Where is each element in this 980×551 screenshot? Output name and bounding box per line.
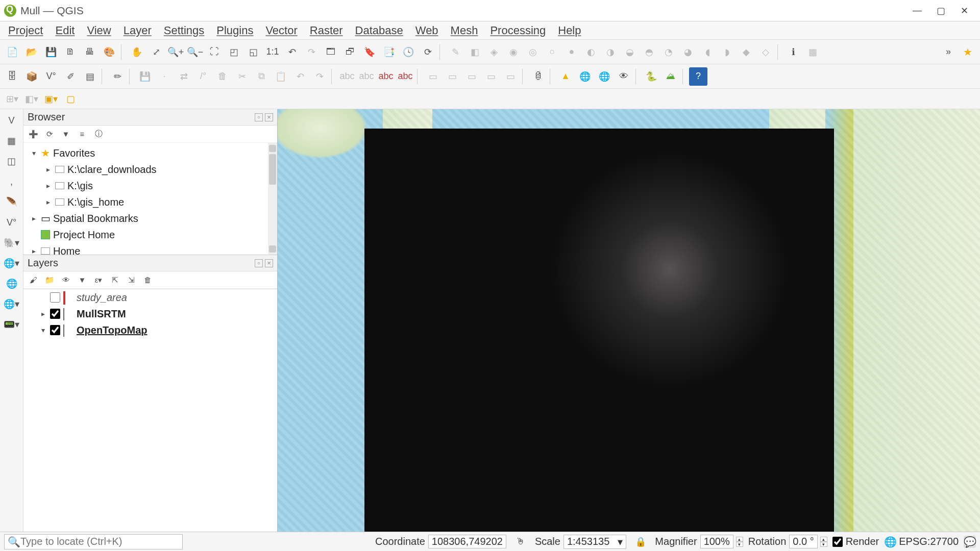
new-shapefile-icon[interactable]: V° [42, 67, 60, 86]
magnifier-spinner[interactable]: ▴▾ [736, 537, 743, 547]
label-tool-4-icon[interactable]: abc [396, 67, 414, 86]
snap-mode-icon[interactable]: ◧▾ [22, 90, 41, 108]
style-dock-icon[interactable]: 🖌 [27, 273, 40, 287]
add-group-icon[interactable]: 📁 [43, 273, 56, 287]
menu-mesh[interactable]: Mesh [446, 22, 483, 39]
favorites-star-icon[interactable]: ★ [959, 43, 977, 61]
menu-vector[interactable]: Vector [260, 22, 302, 39]
add-wfs-icon[interactable]: 🌐▾ [3, 295, 21, 313]
new-virtual-icon[interactable]: ▤ [81, 67, 99, 86]
rotation-spinner[interactable]: ▴▾ [820, 537, 827, 547]
python-console-icon[interactable]: 🐍 [642, 67, 660, 86]
save-project-icon[interactable]: 💾 [42, 43, 60, 61]
scale-value[interactable]: 1:453135 ▾ [564, 535, 626, 549]
new-3d-view-icon[interactable]: 🗗 [341, 43, 359, 61]
expander-icon[interactable]: ▸ [44, 198, 52, 206]
chevron-down-icon[interactable]: ▾ [618, 536, 623, 548]
browser-item[interactable]: ▾★Favorites [23, 145, 277, 161]
node-tool-icon[interactable]: /° [194, 67, 212, 86]
zoom-out-icon[interactable]: 🔍− [186, 43, 204, 61]
close-button[interactable]: ✕ [952, 3, 976, 18]
advanced-digitize-13-icon[interactable]: ◗ [718, 43, 736, 61]
scroll-thumb[interactable] [269, 154, 276, 185]
pan-to-selection-icon[interactable]: ⤢ [147, 43, 165, 61]
zoom-last-icon[interactable]: ↶ [283, 43, 301, 61]
browser-item[interactable]: ▸K:\gis [23, 178, 277, 194]
temporal-icon[interactable]: 🕓 [399, 43, 418, 61]
menu-help[interactable]: Help [553, 22, 586, 39]
manage-visibility-icon[interactable]: 👁 [59, 273, 72, 287]
zoom-full-icon[interactable]: ⛶ [205, 43, 224, 61]
menu-database[interactable]: Database [350, 22, 408, 39]
browser-item[interactable]: ▸▭Spatial Bookmarks [23, 210, 277, 227]
diagram-5-icon[interactable]: ▭ [501, 67, 520, 86]
delete-selected-icon[interactable]: 🗑 [213, 67, 232, 86]
panel-undock-icon[interactable]: ▫ [255, 259, 263, 267]
expander-icon[interactable]: ▸ [39, 310, 47, 318]
db-manager-icon[interactable]: 🛢 [529, 67, 547, 86]
browser-tree[interactable]: ▾★Favorites▸K:\clare_downloads▸K:\gis▸K:… [23, 143, 277, 255]
filter-legend-icon[interactable]: ▼ [76, 273, 89, 287]
layer-item[interactable]: ▸MullSRTM [23, 306, 277, 322]
refresh-icon[interactable]: ⟳ [419, 43, 437, 61]
render-checkbox[interactable] [832, 537, 843, 547]
advanced-digitize-3-icon[interactable]: ◎ [524, 43, 542, 61]
menu-plugins[interactable]: Plugins [211, 22, 258, 39]
add-postgis-icon[interactable]: 🐘▾ [3, 234, 21, 252]
advanced-digitize-2-icon[interactable]: ◉ [504, 43, 523, 61]
panel-close-icon[interactable]: × [265, 259, 273, 267]
crs-button[interactable]: 🌐 EPSG:27700 [884, 536, 959, 548]
save-as-icon[interactable]: 🗎 [61, 43, 80, 61]
metasearch-icon[interactable]: 🌐 [576, 67, 594, 86]
open-project-icon[interactable]: 📂 [22, 43, 41, 61]
add-delimited-icon[interactable]: , [3, 172, 21, 191]
render-toggle[interactable]: Render [832, 536, 879, 547]
maximize-button[interactable]: ▢ [929, 3, 952, 18]
digitize-shape-icon[interactable]: ◧ [465, 43, 484, 61]
advanced-digitize-5-icon[interactable]: ● [562, 43, 581, 61]
add-gps-icon[interactable]: 📟▾ [3, 315, 21, 334]
print-layout-icon[interactable]: 🖶 [81, 43, 99, 61]
locator[interactable]: 🔍 [4, 534, 183, 549]
new-map-view-icon[interactable]: 🗔 [322, 43, 340, 61]
add-feature-icon[interactable]: · [155, 67, 174, 86]
expression-filter-icon[interactable]: ε▾ [92, 273, 105, 287]
scroll-down-icon[interactable] [269, 245, 276, 253]
expander-icon[interactable]: ▾ [30, 149, 38, 157]
layer-visibility-checkbox[interactable] [50, 325, 60, 335]
advanced-digitize-4-icon[interactable]: ○ [543, 43, 561, 61]
layer-visibility-checkbox[interactable] [50, 292, 60, 303]
locator-input[interactable] [20, 536, 179, 547]
zoom-selection-icon[interactable]: ◰ [225, 43, 243, 61]
move-feature-icon[interactable]: ⇄ [175, 67, 193, 86]
snap-tracing-icon[interactable]: ▢ [61, 90, 80, 108]
menu-raster[interactable]: Raster [305, 22, 348, 39]
advanced-digitize-11-icon[interactable]: ◕ [679, 43, 697, 61]
identify-icon[interactable]: ℹ [784, 43, 802, 61]
zoom-native-icon[interactable]: 1:1 [263, 43, 282, 61]
toolbar-overflow-icon[interactable]: » [939, 43, 958, 61]
layers-tree[interactable]: study_area▸MullSRTM▾OpenTopoMap [23, 289, 277, 532]
menu-web[interactable]: Web [410, 22, 444, 39]
filter-browser-icon[interactable]: ▼ [59, 128, 72, 141]
label-tool-1-icon[interactable]: abc [338, 67, 356, 86]
add-virtual-icon[interactable]: V° [3, 213, 21, 232]
help-icon[interactable]: ? [689, 67, 707, 86]
expander-icon[interactable]: ▾ [39, 326, 47, 334]
topology-check-icon[interactable]: ▲ [556, 67, 575, 86]
lock-scale-icon[interactable]: 🔒 [631, 533, 650, 551]
new-spatialite-icon[interactable]: ✐ [61, 67, 80, 86]
grass-icon[interactable]: ⛰ [662, 67, 680, 86]
expand-all-icon[interactable]: ⇱ [108, 273, 121, 287]
add-layer-icon[interactable]: ➕ [27, 128, 40, 141]
layer-item[interactable]: ▾OpenTopoMap [23, 322, 277, 338]
add-mesh-icon[interactable]: ◫ [3, 152, 21, 170]
advanced-digitize-10-icon[interactable]: ◔ [659, 43, 678, 61]
cut-features-icon[interactable]: ✂ [233, 67, 251, 86]
add-wcs-icon[interactable]: 🌐 [3, 274, 21, 293]
pan-icon[interactable]: ✋ [128, 43, 146, 61]
new-geopackage-icon[interactable]: 📦 [22, 67, 41, 86]
browser-item[interactable]: Project Home [23, 227, 277, 243]
attribute-table-shortcut-icon[interactable]: ▦ [803, 43, 822, 61]
add-spatialite-icon[interactable]: 🪶 [3, 193, 21, 211]
